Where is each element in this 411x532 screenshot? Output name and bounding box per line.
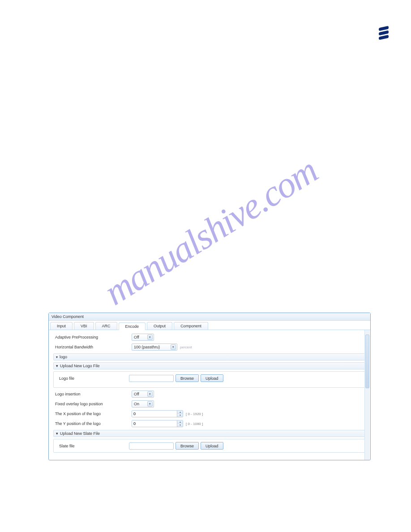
ypos-label: The Y position of the logo (53, 421, 132, 426)
step-down-icon[interactable]: ▾ (177, 414, 183, 417)
scrollbar[interactable] (364, 330, 370, 460)
logo-insertion-label: Logo insertion (53, 392, 132, 396)
step-up-icon[interactable]: ▴ (177, 420, 183, 424)
tab-encode[interactable]: Encode (119, 322, 146, 330)
tab-component[interactable]: Component (174, 322, 208, 330)
hbw-label: Horizontal Bandwidth (53, 345, 132, 349)
tab-input[interactable]: Input (50, 322, 73, 330)
xpos-input[interactable] (132, 411, 177, 417)
upload-button[interactable]: Upload (201, 442, 223, 450)
fixed-overlay-label: Fixed overlay logo position (53, 402, 132, 406)
scroll-thumb[interactable] (365, 335, 369, 388)
chevron-down-icon: ▾ (171, 344, 176, 350)
watermark-text: manualshive.com (97, 150, 325, 314)
tab-bar: Input VBI ARC Encode Output Component (49, 321, 370, 330)
collapse-icon: ▾ (56, 355, 58, 359)
tab-vbi[interactable]: VBI (74, 322, 94, 330)
ypos-stepper[interactable]: ▴ ▾ (132, 420, 183, 427)
logo-file-input[interactable] (129, 375, 174, 382)
step-up-icon[interactable]: ▴ (177, 411, 183, 414)
adaptive-select[interactable]: Off ▾ (132, 334, 154, 341)
slate-file-label: Slate file (57, 444, 129, 448)
chevron-down-icon: ▾ (147, 335, 153, 340)
slate-upload-box: Slate file Browse Upload (53, 439, 366, 453)
chevron-down-icon: ▾ (147, 401, 153, 407)
video-component-panel: Video Component Input VBI ARC Encode Out… (48, 313, 371, 460)
panel-title: Video Component (49, 313, 370, 321)
hbw-hint: percent (180, 345, 192, 349)
step-down-icon[interactable]: ▾ (177, 424, 183, 427)
browse-button[interactable]: Browse (176, 442, 199, 450)
adaptive-label: Adaptive PreProcessing (53, 335, 132, 339)
logo-section-header[interactable]: ▾ logo (53, 353, 366, 360)
upload-button[interactable]: Upload (201, 374, 223, 382)
xpos-label: The X position of the logo (53, 412, 132, 416)
slate-file-input[interactable] (129, 442, 174, 450)
logo-file-label: Logo file (57, 376, 129, 381)
upload-slate-header[interactable]: ▾ Upload New Slate File (53, 430, 366, 437)
panel-body: Adaptive PreProcessing Off ▾ Horizontal … (49, 330, 370, 460)
logo-upload-box: Logo file Browse Upload (53, 371, 366, 388)
logo-insertion-select[interactable]: Off ▾ (132, 390, 154, 398)
hbw-select[interactable]: 100 (passthru) ▾ (132, 343, 177, 351)
ypos-input[interactable] (132, 420, 177, 427)
ericsson-logo (379, 27, 389, 40)
collapse-icon: ▾ (56, 431, 58, 436)
ypos-range: [ 0 - 1080 ] (186, 422, 203, 426)
chevron-down-icon: ▾ (147, 391, 153, 397)
fixed-overlay-select[interactable]: On ▾ (132, 400, 154, 408)
tab-output[interactable]: Output (147, 322, 172, 330)
browse-button[interactable]: Browse (176, 374, 199, 382)
tab-arc[interactable]: ARC (95, 322, 117, 330)
collapse-icon: ▾ (56, 364, 58, 368)
upload-logo-header[interactable]: ▾ Upload New Logo File (53, 362, 366, 369)
xpos-stepper[interactable]: ▴ ▾ (132, 410, 183, 417)
xpos-range: [ 0 - 1920 ] (186, 412, 203, 416)
